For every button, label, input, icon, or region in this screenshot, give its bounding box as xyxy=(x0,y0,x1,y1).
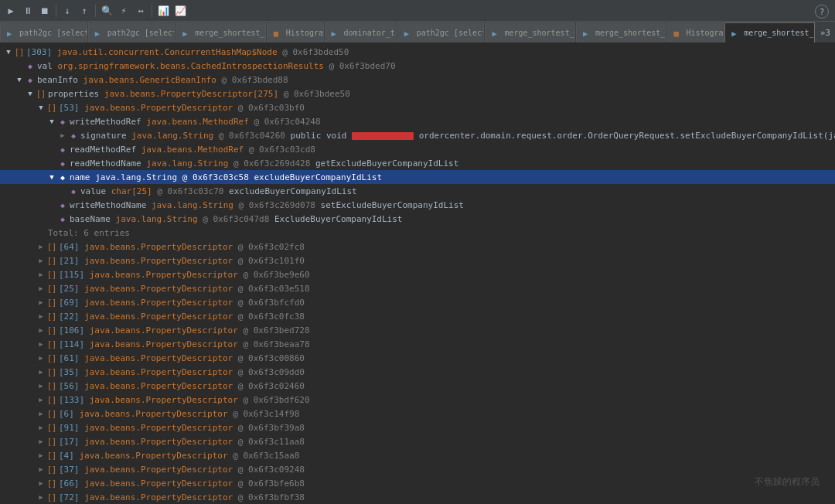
expand-arrow[interactable]: ▶ xyxy=(46,144,57,155)
tree-row[interactable]: ▶ [] [72] java.beans.PropertyDescriptor … xyxy=(0,490,835,504)
tree-row[interactable]: ▶ [] [64] java.beans.PropertyDescriptor … xyxy=(0,240,835,254)
tab-6-label: path2gc [selecti... xyxy=(417,29,485,37)
tree-row[interactable]: ▶ [] [35] java.beans.PropertyDescriptor … xyxy=(0,365,835,379)
tree-row[interactable]: ▶ ◆ writeMethodName java.lang.String @ 0… xyxy=(0,198,835,212)
expand-arrow[interactable]: ▶ xyxy=(36,297,46,308)
tree-row[interactable]: ▶ [] [115] java.beans.PropertyDescriptor… xyxy=(0,267,835,281)
tree-row[interactable]: ▶ [] [6] java.beans.PropertyDescriptor @… xyxy=(0,407,835,421)
tree-row[interactable]: ▶ ◆ signature java.lang.String @ 0x6f3c0… xyxy=(0,128,835,142)
tree-row[interactable]: ▶ [] [22] java.beans.PropertyDescriptor … xyxy=(0,309,835,323)
tree-row[interactable]: ▼ ◆ beanInfo java.beans.GenericBeanInfo … xyxy=(0,73,835,87)
tab-2-icon: ▶ xyxy=(95,29,104,38)
node-icon: [] xyxy=(46,241,57,252)
tree-row[interactable]: ▶ [] [37] java.beans.PropertyDescriptor … xyxy=(0,462,835,476)
expand-arrow[interactable]: ▶ xyxy=(36,450,46,461)
expand-arrow[interactable]: ▶ xyxy=(57,186,68,196)
help-button[interactable]: ? xyxy=(815,5,829,19)
tab-overflow[interactable]: »3 xyxy=(816,22,835,43)
tab-1[interactable]: ▶ path2gc [selecti... ✕ xyxy=(0,22,87,43)
tab-7[interactable]: ▶ merge_shortest_pa... ✕ xyxy=(485,22,575,43)
expand-arrow[interactable]: ▶ xyxy=(36,478,46,489)
tree-row[interactable]: ▶ [] [56] java.beans.PropertyDescriptor … xyxy=(0,379,835,393)
expand-arrow[interactable]: ▶ xyxy=(36,339,46,349)
tab-8[interactable]: ▶ merge_shortest_pa... ✕ xyxy=(576,22,666,43)
tree-row[interactable]: ▶ [] [25] java.beans.PropertyDescriptor … xyxy=(0,281,835,295)
expand-arrow[interactable]: ▼ xyxy=(3,46,14,57)
node-text: [133] java.beans.PropertyDescriptor @ 0x… xyxy=(59,395,310,405)
toolbar-btn-3[interactable]: ⏹ xyxy=(37,3,53,19)
toolbar-btn-4[interactable]: ↓ xyxy=(60,3,75,19)
node-text: baseName java.lang.String @ 0x6f3c047d8 … xyxy=(70,214,403,224)
tab-2[interactable]: ▶ path2gc [selecti... ✕ xyxy=(88,22,176,43)
toolbar-btn-6[interactable]: 🔍 xyxy=(99,3,114,19)
tree-row[interactable]: ▼ [] [303] java.util.concurrent.Concurre… xyxy=(0,45,835,59)
tab-3[interactable]: ▶ merge_shortest_pa... ✕ xyxy=(176,22,266,43)
expand-arrow[interactable]: ▶ xyxy=(46,199,57,210)
expand-arrow[interactable]: ▶ xyxy=(46,158,57,169)
tree-row[interactable]: ▶ [] [61] java.beans.PropertyDescriptor … xyxy=(0,351,835,365)
expand-arrow[interactable]: ▶ xyxy=(36,380,46,391)
tree-row[interactable]: ▶ ◆ baseName java.lang.String @ 0x6f3c04… xyxy=(0,212,835,226)
expand-arrow[interactable]: ▶ xyxy=(36,408,46,419)
node-icon: ◆ xyxy=(57,116,68,127)
tree-row[interactable]: ▶ [] [17] java.beans.PropertyDescriptor … xyxy=(0,434,835,448)
expand-arrow[interactable]: ▼ xyxy=(14,74,25,85)
node-text: signature java.lang.String @ 0x6f3c04260… xyxy=(80,131,835,141)
expand-arrow[interactable]: ▶ xyxy=(36,283,46,294)
expand-arrow[interactable]: ▼ xyxy=(46,172,57,182)
tab-4[interactable]: ▦ Histogram ✕ xyxy=(267,22,324,43)
tree-row[interactable]: ▼ [] properties java.beans.PropertyDescr… xyxy=(0,87,835,100)
expand-arrow[interactable]: ▶ xyxy=(14,60,25,71)
expand-arrow[interactable]: ▶ xyxy=(57,130,68,141)
tree-row[interactable]: ▶ [] [66] java.beans.PropertyDescriptor … xyxy=(0,476,835,490)
expand-arrow[interactable]: ▼ xyxy=(36,102,46,113)
tab-10[interactable]: ▶ merge_shortest_pa... ✕ xyxy=(724,22,815,43)
toolbar-btn-7[interactable]: ⚡ xyxy=(116,3,131,19)
node-icon: [] xyxy=(46,283,57,294)
toolbar-btn-10[interactable]: 📈 xyxy=(172,3,188,19)
toolbar-btn-2[interactable]: ⏸ xyxy=(20,3,36,19)
toolbar-btn-1[interactable]: ▶ xyxy=(3,3,19,19)
tree-row[interactable]: ▶ [] [91] java.beans.PropertyDescriptor … xyxy=(0,421,835,434)
tree-row[interactable]: ▼ [] [53] java.beans.PropertyDescriptor … xyxy=(0,100,835,114)
toolbar-btn-9[interactable]: 📊 xyxy=(155,3,171,19)
expand-arrow[interactable]: ▶ xyxy=(46,213,57,224)
toolbar-btn-5[interactable]: ↑ xyxy=(77,3,92,19)
tree-row[interactable]: ▶ ◆ val org.springframework.beans.Cached… xyxy=(0,59,835,73)
expand-arrow[interactable]: ▶ xyxy=(36,366,46,377)
expand-arrow[interactable]: ▶ xyxy=(36,436,46,447)
tab-3-label: merge_shortest_pa... xyxy=(195,29,266,37)
expand-arrow[interactable]: ▶ xyxy=(36,394,46,405)
tab-9-icon: ▦ xyxy=(673,29,683,38)
expand-arrow[interactable]: ▼ xyxy=(25,88,36,99)
tree-row[interactable]: ▶ [] [69] java.beans.PropertyDescriptor … xyxy=(0,295,835,309)
expand-arrow[interactable]: ▶ xyxy=(36,255,46,266)
expand-arrow[interactable]: ▶ xyxy=(36,325,46,335)
tree-row[interactable]: ▶ ◆ readMethodName java.lang.String @ 0x… xyxy=(0,156,835,170)
tree-row[interactable]: ▶ [] [4] java.beans.PropertyDescriptor @… xyxy=(0,448,835,462)
expand-arrow[interactable]: ▶ xyxy=(36,422,46,433)
node-text: [64] java.beans.PropertyDescriptor @ 0x6… xyxy=(59,242,305,252)
toolbar-btn-8[interactable]: ↔ xyxy=(133,3,148,19)
expand-arrow[interactable]: ▶ xyxy=(36,352,46,363)
expand-arrow[interactable]: ▶ xyxy=(36,311,46,322)
tree-row[interactable]: ▶ [] [133] java.beans.PropertyDescriptor… xyxy=(0,393,835,407)
expand-arrow[interactable]: ▶ xyxy=(36,492,46,502)
tab-9[interactable]: ▦ Histogram ✕ xyxy=(666,22,724,43)
tree-row[interactable]: ▶ [] [114] java.beans.PropertyDescriptor… xyxy=(0,337,835,351)
expand-arrow[interactable]: ▶ xyxy=(36,464,46,475)
tab-6[interactable]: ▶ path2gc [selecti... ✕ xyxy=(397,22,485,43)
tree-row[interactable]: ▶ ◆ value char[25] @ 0x6f3c03c70 exclude… xyxy=(0,184,835,198)
tab-5[interactable]: ▶ dominator_tree ✕ xyxy=(325,22,397,43)
node-text: beanInfo java.beans.GenericBeanInfo @ 0x… xyxy=(37,75,288,85)
main-content[interactable]: ▼ [] [303] java.util.concurrent.Concurre… xyxy=(0,43,835,504)
tree-row[interactable]: ▶ [] [106] java.beans.PropertyDescriptor… xyxy=(0,323,835,337)
expand-arrow[interactable]: ▶ xyxy=(36,241,46,252)
tree-row[interactable]: ▼ ◆ writeMethodRef java.beans.MethodRef … xyxy=(0,114,835,128)
expand-arrow[interactable]: ▼ xyxy=(46,116,57,127)
tab-10-label: merge_shortest_pa... xyxy=(744,29,815,37)
expand-arrow[interactable]: ▶ xyxy=(36,269,46,280)
tree-row[interactable]: ▶ ◆ readMethodRef java.beans.MethodRef @… xyxy=(0,142,835,156)
tree-row[interactable]: ▶ [] [21] java.beans.PropertyDescriptor … xyxy=(0,254,835,267)
tree-row-selected[interactable]: ▼ ◆ name java.lang.String @ 0x6f3c03c58 … xyxy=(0,170,835,184)
